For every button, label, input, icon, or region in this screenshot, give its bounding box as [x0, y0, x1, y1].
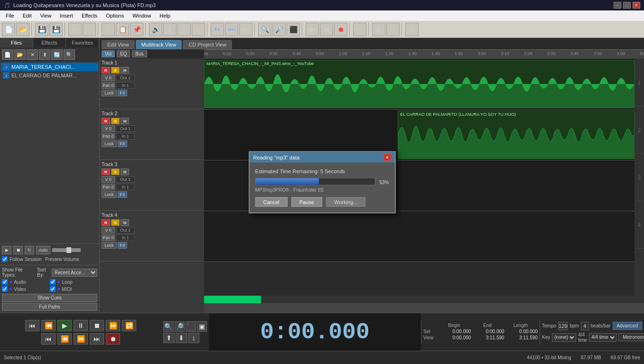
redo-button[interactable]: ↪ [83, 23, 96, 36]
settings-btn[interactable]: ⚙ [405, 23, 419, 36]
track4-vol-knob[interactable]: V 0 [102, 227, 115, 233]
bus-tab[interactable]: Bus [132, 50, 147, 57]
eq-btn[interactable]: EQ [386, 23, 400, 36]
track3-fx-btn[interactable]: FX [118, 191, 127, 198]
track3-pan-knob[interactable]: Pan 0 [102, 184, 115, 190]
track2-pan-knob[interactable]: Pan 0 [102, 133, 115, 140]
lp-new-btn[interactable]: 📄 [2, 49, 13, 60]
track1-r-btn[interactable]: R [102, 67, 110, 74]
preview-auto-btn[interactable]: Auto [36, 246, 50, 254]
zoom-in-v[interactable]: ⬆ [163, 333, 175, 343]
lp-search-btn[interactable]: 🔍 [64, 49, 75, 60]
track2-r-btn[interactable]: R [102, 118, 110, 124]
save-button[interactable]: 💾 [35, 23, 48, 36]
go-end-btn[interactable]: ⏭ [90, 333, 104, 345]
pause-button[interactable]: Pause [291, 197, 322, 206]
menubar-item-effects[interactable]: Effects [78, 12, 101, 19]
stop-btn[interactable]: ⏹ [320, 23, 333, 36]
beats-value[interactable]: 4 [581, 322, 589, 330]
key-select[interactable]: (none) [552, 333, 576, 342]
follow-session-checkbox[interactable] [2, 256, 8, 262]
record-btn[interactable]: ⏺ [334, 23, 347, 36]
tool1[interactable]: 🔊 [149, 23, 162, 36]
waveform-clip-2[interactable]: EL CARRAO DE PALMARITO (LLANURA YO SOY T… [398, 111, 635, 159]
track4-m-btn[interactable]: M [121, 219, 129, 226]
mini-scrollbar[interactable] [204, 296, 644, 303]
track3-lock-btn[interactable]: Lock [102, 191, 117, 198]
tool2[interactable]: 🎚 [163, 23, 177, 36]
cancel-button[interactable]: Cancel [255, 197, 288, 206]
tab-edit-view[interactable]: Edit View [102, 40, 135, 49]
tool4[interactable]: ⚙ [192, 23, 205, 36]
track4-pan-knob[interactable]: Pan 0 [102, 234, 115, 241]
track3-s-btn[interactable]: S [111, 168, 120, 175]
track1-fx-btn[interactable]: FX [118, 90, 127, 96]
tab-multitrack-view[interactable]: Multitrack View [136, 40, 182, 49]
copy-button[interactable]: 📋 [116, 23, 129, 36]
advanced-button[interactable]: Advanced [613, 322, 642, 330]
new-button[interactable]: 📄 [2, 23, 15, 36]
waveform-clip-1[interactable]: MARIA_TERESA_CHACIN_-_MI_PAIS.wmv_-_YouT… [204, 60, 635, 108]
fx-button[interactable]: FX [211, 23, 224, 36]
next-marker-btn[interactable]: ⏩ [74, 333, 88, 345]
waveform-track-1[interactable]: MARIA_TERESA_CHACIN_-_MI_PAIS.wmv_-_YouT… [204, 59, 635, 110]
go-start-btn[interactable]: ⏮ [25, 320, 39, 331]
preview-loop-btn[interactable]: ↻ [25, 246, 34, 254]
undo-button[interactable]: ↩ [68, 23, 82, 36]
zoom-in-h[interactable]: 🔍 [163, 321, 174, 332]
menubar-item-insert[interactable]: Insert [56, 12, 77, 19]
paste-button[interactable]: 📌 [130, 23, 143, 36]
lp-up-btn[interactable]: ⬆ [39, 49, 50, 60]
rewind-btn[interactable]: ⏪ [41, 320, 56, 331]
track3-vol-knob[interactable]: V 0 [102, 176, 115, 183]
save-all-button[interactable]: 💾 [49, 23, 63, 36]
tool3[interactable]: 🎛 [177, 23, 191, 36]
type-midi-checkbox[interactable] [50, 286, 56, 292]
play-btn[interactable]: ▶ [57, 320, 72, 331]
track3-m-btn[interactable]: M [121, 168, 129, 175]
track3-r-btn[interactable]: R [102, 168, 110, 175]
menubar-item-window[interactable]: Window [129, 12, 155, 19]
mixer-btn[interactable]: 🎛 [372, 23, 385, 36]
track1-pan-knob[interactable]: Pan 0 [102, 82, 115, 89]
waveform-track-4[interactable] [204, 211, 635, 262]
wet-fx-button[interactable]: Wet [225, 23, 238, 36]
zoom-fit-v[interactable]: ↕ [188, 333, 199, 343]
preview-play-btn[interactable]: ▶ [2, 246, 11, 254]
maximize-button[interactable]: □ [623, 2, 631, 9]
menubar-item-file[interactable]: File [2, 12, 18, 19]
zoom-fit-btn[interactable]: ⬛ [287, 23, 300, 36]
record-btn[interactable]: ⏺ [106, 333, 120, 345]
menubar-item-options[interactable]: Options [102, 12, 128, 19]
track2-s-btn[interactable]: S [111, 118, 120, 124]
full-paths-button[interactable]: Full Paths [2, 303, 97, 311]
stop-btn[interactable]: ⏹ [90, 320, 104, 331]
zoom-out-v[interactable]: ⬇ [176, 333, 187, 343]
go-start-btn2[interactable]: ⏮ [41, 333, 56, 345]
open-button[interactable]: 📂 [16, 23, 29, 36]
track4-r-btn[interactable]: R [102, 219, 110, 226]
type-loop-checkbox[interactable] [50, 279, 56, 285]
preview-volume-slider[interactable] [52, 248, 81, 252]
sort-by-dropdown[interactable]: Recent Acce... [52, 269, 97, 277]
tab-files[interactable]: Files [0, 38, 33, 47]
track1-lock-btn[interactable]: Lock [102, 90, 117, 96]
type-audio-checkbox[interactable] [2, 279, 8, 285]
play-btn[interactable]: ▶ [306, 23, 319, 36]
menubar-item-view[interactable]: View [37, 12, 56, 19]
track4-s-btn[interactable]: S [111, 219, 120, 226]
track2-lock-btn[interactable]: Lock [102, 140, 117, 147]
vol-tab[interactable]: Vol [102, 50, 115, 57]
track2-vol-knob[interactable]: V 0 [102, 125, 115, 132]
type-video-checkbox[interactable] [2, 286, 8, 292]
preview-stop-btn[interactable]: ⏹ [13, 246, 23, 254]
track4-lock-btn[interactable]: Lock [102, 242, 117, 249]
track2-m-btn[interactable]: M [121, 118, 129, 124]
eq-tab[interactable]: EQ [117, 50, 130, 57]
loop-btn[interactable]: 065 [353, 23, 366, 36]
lp-refresh-btn[interactable]: 🔄 [51, 49, 63, 60]
zoom-out-btn[interactable]: 🔎 [272, 23, 286, 36]
cut-button[interactable]: ✂ [102, 23, 115, 36]
lp-close-btn[interactable]: ✕ [27, 49, 38, 60]
track1-m-btn[interactable]: M [121, 67, 129, 74]
